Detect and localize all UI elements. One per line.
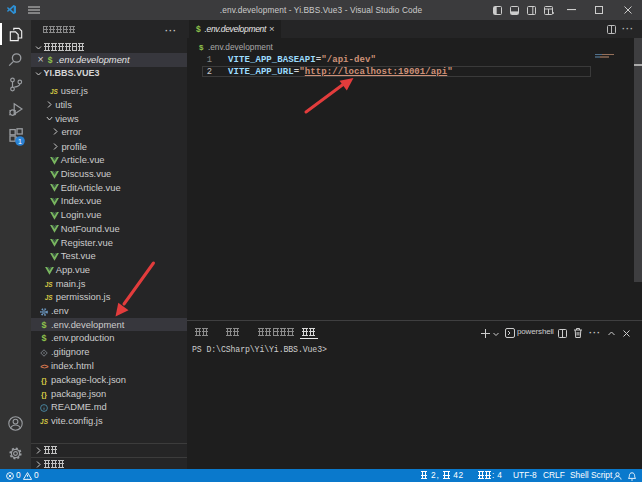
svg-text:1: 1 xyxy=(18,138,22,145)
